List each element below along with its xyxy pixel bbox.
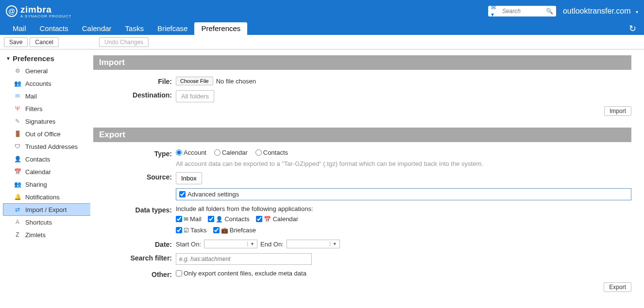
people-icon: 👥 (14, 80, 21, 87)
search-box[interactable]: ✉ ▾ 🔍 (488, 6, 556, 16)
undo-button[interactable]: Undo Changes (99, 37, 149, 47)
sidebar-item-general[interactable]: ⚙General (3, 65, 90, 77)
search-filter-input[interactable] (176, 253, 312, 265)
import-export-icon: ⇄ (14, 206, 21, 213)
advanced-label: Advanced settings (187, 191, 239, 198)
sidebar-item-mail[interactable]: ✉Mail (3, 90, 90, 102)
type-calendar-radio[interactable]: Calendar (214, 149, 248, 156)
sidebar-title[interactable]: ▼ Preferences (3, 52, 90, 65)
tab-calendar[interactable]: Calendar (75, 22, 119, 35)
type-contacts-radio[interactable]: Contacts (255, 149, 288, 156)
sidebar-item-label: Calendar (25, 168, 51, 176)
sidebar-item-signatures[interactable]: ✎Signatures (3, 115, 90, 128)
keyboard-icon: A (14, 218, 21, 226)
mail-icon: ✉ (184, 216, 188, 223)
file-label: File: (93, 76, 176, 85)
sidebar-item-zimlets[interactable]: ZZimlets (3, 228, 90, 241)
sidebar-item-accounts[interactable]: 👥Accounts (3, 77, 90, 90)
tasks-icon: ☑ (184, 227, 189, 234)
sidebar-item-ooo[interactable]: 🚪Out of Office (3, 128, 90, 140)
save-button[interactable]: Save (4, 37, 28, 47)
sidebar-item-sharing[interactable]: 👥Sharing (3, 178, 90, 191)
sidebar: ▼ Preferences ⚙General 👥Accounts ✉Mail Ψ… (0, 49, 90, 308)
filter-icon: Ψ (14, 105, 21, 113)
logo[interactable]: @ zimbra A SYNACOR PRODUCT (6, 4, 71, 18)
chk-mail[interactable]: ✉Mail (176, 215, 202, 223)
sidebar-item-import-export[interactable]: ⇄Import / Export (3, 203, 90, 216)
logo-text: zimbra (20, 4, 71, 15)
sidebar-item-calendar[interactable]: 📅Calendar (3, 165, 90, 178)
chk-contacts[interactable]: 👤Contacts (208, 215, 249, 223)
radio-label: Account (184, 149, 206, 156)
destination-label: Destination: (93, 89, 176, 99)
tab-preferences[interactable]: Preferences (194, 22, 247, 35)
tab-contacts[interactable]: Contacts (33, 22, 75, 35)
briefcase-icon: 💼 (221, 227, 228, 234)
chk-label: Only export content files, exclude meta … (184, 270, 306, 277)
tab-tasks[interactable]: Tasks (119, 22, 151, 35)
sidebar-item-shortcuts[interactable]: AShortcuts (3, 216, 90, 228)
sidebar-item-notifications[interactable]: 🔔Notifications (3, 191, 90, 203)
chevron-down-icon: ▼ (330, 242, 337, 246)
sidebar-item-label: Shortcuts (25, 219, 52, 226)
pencil-icon: ✎ (14, 117, 21, 125)
tab-briefcase[interactable]: Briefcase (151, 22, 195, 35)
source-label: Source: (93, 171, 176, 181)
chk-calendar[interactable]: 📅Calendar (256, 215, 298, 223)
chevron-down-icon: ▼ (247, 242, 254, 246)
tab-mail[interactable]: Mail (6, 22, 33, 35)
type-help-text: All account data can be exported to a "T… (176, 160, 631, 167)
advanced-settings-box[interactable]: Advanced settings (176, 188, 631, 200)
gear-icon: ⚙ (14, 67, 21, 75)
choose-file-button[interactable]: Choose File (176, 77, 213, 85)
shield-icon: 🛡 (14, 143, 21, 150)
sidebar-item-label: Filters (25, 105, 42, 113)
refresh-icon[interactable]: ↻ (629, 23, 636, 34)
chk-briefcase[interactable]: 💼Briefcase (213, 227, 256, 234)
bell-icon: 🔔 (14, 193, 21, 201)
account-menu[interactable]: outlooktransfer.com ▾ (563, 7, 638, 16)
type-label: Type: (93, 148, 176, 158)
section-title-import: Import (93, 55, 631, 70)
sidebar-item-trusted[interactable]: 🛡Trusted Addresses (3, 140, 90, 153)
import-button[interactable]: Import (604, 106, 631, 116)
type-account-radio[interactable]: Account (176, 149, 206, 156)
sidebar-item-label: Out of Office (25, 130, 61, 138)
radio-label: Contacts (263, 149, 288, 156)
mail-scope-icon[interactable]: ✉ ▾ (491, 4, 500, 18)
chevron-down-icon: ▾ (636, 9, 638, 15)
radio-label: Calendar (222, 149, 248, 156)
cancel-button[interactable]: Cancel (30, 37, 58, 47)
sidebar-item-label: Contacts (25, 156, 50, 163)
calendar-icon: 📅 (14, 168, 21, 176)
sidebar-item-label: Notifications (25, 194, 60, 201)
sidebar-title-label: Preferences (13, 54, 54, 63)
logo-subtext: A SYNACOR PRODUCT (20, 14, 71, 18)
file-status: No file chosen (216, 78, 256, 85)
sidebar-item-filters[interactable]: ΨFilters (3, 102, 90, 115)
zimlet-icon: Z (14, 231, 21, 239)
contact-icon: 👤 (216, 216, 223, 223)
search-icon[interactable]: 🔍 (546, 8, 553, 15)
source-picker[interactable]: Inbox (176, 172, 202, 184)
chk-label: Contacts (224, 215, 249, 223)
chk-tasks[interactable]: ☑Tasks (176, 227, 206, 234)
date-end-input[interactable]: ▼ (287, 240, 340, 248)
destination-picker[interactable]: All folders (176, 90, 214, 102)
header-bar: @ zimbra A SYNACOR PRODUCT ✉ ▾ 🔍 outlook… (0, 0, 644, 22)
sidebar-item-label: Accounts (25, 80, 51, 87)
export-button[interactable]: Export (604, 282, 631, 292)
search-input[interactable] (502, 8, 546, 15)
date-start-input[interactable]: ▼ (204, 240, 257, 248)
sidebar-item-label: General (25, 67, 48, 75)
sidebar-item-label: Signatures (25, 118, 55, 125)
nav-tabs: Mail Contacts Calendar Tasks Briefcase P… (0, 22, 644, 35)
sidebar-item-contacts[interactable]: 👤Contacts (3, 153, 90, 165)
sidebar-item-label: Import / Export (25, 206, 67, 213)
section-title-export: Export (93, 128, 631, 142)
other-checkbox[interactable]: Only export content files, exclude meta … (176, 270, 306, 277)
advanced-checkbox[interactable] (179, 191, 186, 197)
search-filter-label: Search filter: (93, 252, 176, 262)
account-name: outlooktransfer.com (563, 7, 631, 15)
main-content: Import File: Choose File No file chosen … (90, 49, 644, 308)
